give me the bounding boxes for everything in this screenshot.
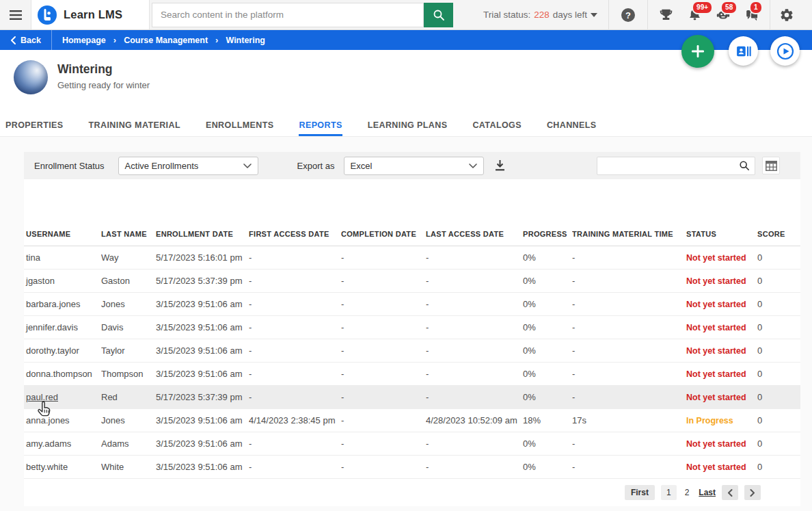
cell-username[interactable]: paul.red — [24, 385, 101, 408]
username-link[interactable]: paul.red — [26, 392, 58, 402]
username-link[interactable]: anna.jones — [26, 415, 70, 425]
breadcrumb-item[interactable]: Homepage — [62, 36, 106, 45]
column-header-last-access-date[interactable]: LAST ACCESS DATE — [426, 223, 523, 246]
column-header-completion-date[interactable]: COMPLETION DATE — [341, 223, 426, 246]
cell-username[interactable]: jennifer.davis — [24, 315, 101, 339]
cell-first-access-date: - — [249, 455, 341, 478]
cell-value: Not yet started — [686, 276, 746, 286]
breadcrumb: Homepage›Course Management›Wintering — [52, 35, 265, 45]
username-link[interactable]: jennifer.davis — [26, 322, 78, 332]
cell-value: 0% — [523, 345, 536, 356]
username-link[interactable]: tina — [26, 252, 40, 263]
play-course-button[interactable] — [770, 36, 800, 66]
enrollment-status-select[interactable]: Active Enrollments — [118, 157, 258, 175]
logo-text: Learn LMS — [64, 8, 122, 21]
table-row[interactable]: dorothy.taylorTaylor3/15/2023 9:51:06 am… — [24, 339, 800, 362]
table-row[interactable]: jennifer.davisDavis3/15/2023 9:51:06 am-… — [24, 315, 800, 339]
column-header-status[interactable]: STATUS — [686, 223, 757, 246]
column-header-training-material-time[interactable]: TRAINING MATERIAL TIME — [572, 223, 686, 246]
tab-properties[interactable]: PROPERTIES — [5, 114, 64, 136]
column-header-last-name[interactable]: LAST NAME — [101, 223, 156, 246]
assistant-button[interactable]: 58 — [715, 7, 731, 23]
table-row[interactable]: tinaWay5/17/2023 5:16:01 pm---0%-Not yet… — [24, 246, 800, 269]
enrollments-quick-button[interactable] — [729, 36, 758, 66]
column-header-enrollment-date[interactable]: ENROLLMENT DATE — [156, 223, 249, 246]
column-header-username[interactable]: USERNAME — [24, 223, 101, 246]
tab-training-material[interactable]: TRAINING MATERIAL — [89, 114, 180, 136]
column-header-score[interactable]: SCORE — [757, 223, 800, 246]
global-search-input[interactable] — [152, 3, 424, 27]
cell-username[interactable]: dorothy.taylor — [24, 339, 101, 362]
tab-channels[interactable]: CHANNELS — [547, 114, 597, 136]
breadcrumb-item[interactable]: Wintering — [226, 36, 265, 45]
table-row[interactable]: anna.jonesJones3/15/2023 9:51:06 am4/14/… — [24, 408, 800, 432]
table-row[interactable]: barbara.jonesJones3/15/2023 9:51:06 am--… — [24, 292, 800, 315]
cell-score: 0 — [757, 432, 800, 455]
table-search-input[interactable] — [597, 157, 739, 174]
pagination-last-button[interactable]: Last — [699, 488, 716, 497]
cell-value: 3/15/2023 9:51:06 am — [156, 322, 243, 332]
tab-catalogs[interactable]: CATALOGS — [472, 114, 521, 136]
add-button[interactable] — [681, 35, 714, 68]
trial-status-dropdown[interactable]: Trial status: 228 days left — [483, 10, 597, 20]
column-header-first-access-date[interactable]: FIRST ACCESS DATE — [249, 223, 341, 246]
assistant-badge: 58 — [720, 1, 737, 14]
tab-reports[interactable]: REPORTS — [299, 114, 342, 136]
export-download-button[interactable] — [495, 160, 505, 171]
cell-username[interactable]: donna.thompson — [24, 362, 101, 385]
breadcrumb-item[interactable]: Course Management — [124, 36, 208, 45]
cell-username[interactable]: jgaston — [24, 269, 101, 292]
settings-button[interactable] — [770, 0, 802, 29]
username-link[interactable]: dorothy.taylor — [26, 345, 79, 356]
cell-value: - — [249, 369, 252, 379]
cell-username[interactable]: betty.white — [24, 455, 101, 478]
cell-enrollment-date: 3/15/2023 9:51:06 am — [156, 292, 249, 315]
table-row[interactable]: jgastonGaston5/17/2023 5:37:39 pm---0%-N… — [24, 269, 800, 292]
pagination-page-1[interactable]: 1 — [661, 485, 677, 500]
hamburger-menu-button[interactable] — [0, 0, 31, 29]
cell-username[interactable]: anna.jones — [24, 408, 101, 432]
table-row[interactable]: betty.whiteWhite3/15/2023 9:51:06 am---0… — [24, 455, 800, 478]
pagination-first-button[interactable]: First — [625, 485, 655, 500]
notifications-button[interactable]: 99+ — [686, 7, 703, 23]
username-link[interactable]: barbara.jones — [26, 299, 81, 309]
cell-username[interactable]: amy.adams — [24, 432, 101, 455]
cell-value: Taylor — [101, 345, 125, 356]
cell-value: - — [341, 462, 344, 472]
username-link[interactable]: amy.adams — [26, 438, 71, 449]
cell-completion-date: - — [341, 362, 426, 385]
username-link[interactable]: betty.white — [26, 462, 68, 472]
cell-last-access-date: 4/28/2023 10:52:09 am — [426, 408, 523, 432]
table-row[interactable]: amy.adamsAdams3/15/2023 9:51:06 am---0%-… — [24, 432, 800, 455]
messages-button[interactable]: 1 — [744, 7, 760, 23]
pagination-next-button[interactable] — [744, 485, 761, 500]
table-row[interactable]: paul.redRed5/17/2023 5:37:39 pm---0%-Not… — [24, 385, 800, 408]
cell-value: Red — [101, 392, 118, 402]
cell-value: - — [426, 322, 429, 332]
username-link[interactable]: donna.thompson — [26, 369, 92, 379]
pagination-prev-button[interactable] — [722, 485, 738, 500]
cell-value: Thompson — [101, 369, 143, 379]
username-link[interactable]: jgaston — [26, 276, 55, 286]
cell-username[interactable]: tina — [24, 246, 101, 269]
cell-training-material-time: - — [572, 362, 686, 385]
cell-value: 0 — [757, 252, 762, 263]
global-search-button[interactable] — [424, 3, 453, 27]
column-header-progress[interactable]: PROGRESS — [523, 223, 572, 246]
column-manager-button[interactable] — [762, 157, 780, 174]
pagination-page-2[interactable]: 2 — [683, 485, 692, 500]
cell-value: 0 — [757, 462, 762, 472]
messages-badge: 1 — [749, 1, 763, 14]
cell-value: 0 — [757, 369, 762, 379]
table-row[interactable]: donna.thompsonThompson3/15/2023 9:51:06 … — [24, 362, 800, 385]
back-button[interactable]: Back — [0, 30, 52, 50]
cell-username[interactable]: barbara.jones — [24, 292, 101, 315]
cell-value: - — [249, 299, 252, 309]
tab-enrollments[interactable]: ENROLLMENTS — [206, 114, 274, 136]
app-logo[interactable]: Learn LMS — [31, 0, 150, 29]
export-format-select[interactable]: Excel — [344, 157, 484, 175]
tab-learning-plans[interactable]: LEARNING PLANS — [368, 114, 448, 136]
search-icon[interactable] — [739, 160, 750, 171]
gamification-button[interactable] — [658, 7, 674, 23]
help-button[interactable]: ? — [609, 0, 647, 29]
